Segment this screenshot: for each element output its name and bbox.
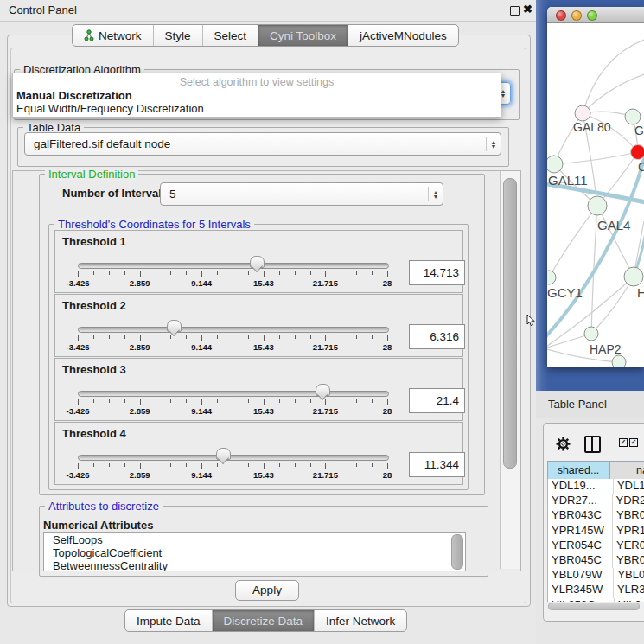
minor-tick — [310, 271, 311, 275]
minor-tick — [170, 271, 171, 275]
minor-tick — [217, 399, 218, 403]
threshold-slider-track[interactable] — [78, 391, 389, 397]
tab-cyni-toolbox[interactable]: Cyni Toolbox — [258, 25, 348, 46]
threshold-label: Threshold 3 — [62, 363, 126, 376]
network-node[interactable] — [625, 109, 641, 124]
control-panel-title: Control Panel — [9, 3, 77, 16]
threshold-slider-thumb[interactable] — [167, 320, 182, 332]
table-row[interactable]: YBR043CYBR0 — [548, 508, 644, 523]
threshold-value-field[interactable]: 21.4 — [409, 388, 465, 413]
table-row[interactable]: YDR27...YDR2 — [548, 494, 644, 508]
zoom-traffic-light[interactable] — [587, 10, 597, 21]
minor-tick — [341, 463, 341, 467]
attributes-list-scrollbar[interactable] — [451, 534, 463, 570]
tab-label: Network — [99, 29, 142, 42]
threshold-slider-track[interactable] — [78, 327, 389, 333]
major-tick — [325, 463, 326, 469]
dropdown-option-equal-width-frequency-discretization[interactable]: Equal Width/Frequency Discretization — [16, 102, 204, 115]
tab-jactivemnodules[interactable]: jActiveMNodules — [348, 25, 458, 46]
network-icon — [84, 29, 94, 41]
settings-gear-icon[interactable] — [556, 437, 571, 451]
network-node[interactable] — [624, 267, 643, 286]
num-intervals-spinner[interactable]: 5 ▲▼ — [160, 182, 443, 206]
num-intervals-label: Number of Intervals — [62, 187, 168, 200]
tab-style[interactable]: Style — [153, 25, 202, 46]
name-cell: YDR2 — [613, 494, 644, 508]
network-edge — [549, 206, 597, 277]
tab-discretize-data[interactable]: Discretize Data — [212, 610, 315, 631]
network-node[interactable] — [575, 105, 590, 121]
vertical-scrollbar-thumb[interactable] — [503, 178, 517, 469]
tick-label: 15.43 — [242, 406, 285, 416]
tab-network[interactable]: Network — [73, 25, 153, 46]
threshold-value-field[interactable]: 11.344 — [409, 452, 465, 477]
column-header[interactable]: shared... — [547, 461, 609, 480]
threshold-row-1: Threshold 1-3.4262.8599.14415.4321.71528… — [54, 230, 463, 293]
apply-button[interactable]: Apply — [235, 580, 299, 601]
network-window-titlebar[interactable] — [547, 7, 644, 23]
tick-label: 21.715 — [303, 278, 347, 288]
major-tick — [78, 463, 79, 469]
table-row[interactable]: YDL19...YDL1 — [548, 479, 644, 494]
major-tick — [387, 399, 388, 405]
minor-tick — [248, 271, 249, 275]
minor-tick — [233, 335, 233, 339]
minor-tick — [186, 335, 187, 339]
network-canvas[interactable]: GAL80GACGAL11GAL4GCY1HHAP2 — [547, 22, 644, 367]
minor-tick — [279, 335, 280, 339]
threshold-slider-track[interactable] — [78, 455, 389, 461]
tab-select[interactable]: Select — [202, 25, 258, 46]
table-hscrollbar-thumb[interactable] — [548, 603, 640, 610]
checkbox-icon[interactable]: ✓ — [629, 438, 638, 447]
float-window-icon[interactable] — [510, 6, 520, 16]
network-node[interactable] — [584, 327, 598, 341]
table-data-combobox[interactable]: galFiltered.sif default node ▲▼ — [24, 132, 501, 156]
minor-tick — [356, 399, 357, 403]
threshold-slider-thumb[interactable] — [216, 448, 231, 460]
table-row[interactable]: YLR345WYLR3 — [548, 583, 644, 597]
table-row[interactable]: YBL079WYBL0 — [548, 568, 644, 583]
network-edge — [597, 206, 634, 277]
tab-infer-network[interactable]: Infer Network — [314, 610, 406, 631]
attribute-item[interactable]: BetweennessCentrality — [44, 559, 465, 571]
threshold-slider-track[interactable] — [78, 263, 389, 269]
column-header[interactable]: na — [609, 461, 644, 480]
table-row[interactable]: YER054CYER0 — [548, 539, 644, 553]
threshold-slider-thumb[interactable] — [316, 384, 330, 396]
table-row[interactable]: YPR145WYPR1 — [548, 524, 644, 539]
threshold-value-field[interactable]: 6.316 — [409, 324, 465, 349]
table-row[interactable]: YBR045CYBR0 — [548, 553, 644, 568]
minor-tick — [109, 463, 110, 467]
network-node[interactable] — [612, 355, 626, 367]
table-hscrollbar-track[interactable] — [547, 602, 640, 609]
minor-tick — [156, 335, 156, 339]
minor-tick — [295, 271, 296, 275]
close-traffic-light[interactable] — [556, 10, 566, 21]
node-label: GAL80 — [573, 120, 611, 134]
threshold-slider-thumb[interactable] — [250, 256, 265, 268]
attribute-item[interactable]: SelfLoops — [44, 533, 465, 546]
checkbox-icon[interactable]: ✓ — [619, 438, 628, 447]
column-layout-icon[interactable] — [584, 436, 601, 453]
tick-label: 21.715 — [303, 470, 347, 480]
minor-tick — [186, 399, 187, 403]
close-icon[interactable]: ✖ — [523, 3, 532, 16]
bottom-tab-bar: Impute DataDiscretize DataInfer Network — [124, 609, 407, 632]
network-node[interactable] — [547, 156, 563, 173]
minor-tick — [341, 399, 341, 403]
minimize-traffic-light[interactable] — [571, 10, 582, 21]
minor-tick — [233, 399, 233, 403]
dropdown-option-manual-discretization[interactable]: Manual Discretization — [16, 89, 132, 102]
tick-label: 28 — [366, 278, 409, 288]
tab-impute-data[interactable]: Impute Data — [125, 610, 212, 631]
combo-arrows-icon: ▲▼ — [486, 137, 501, 152]
threshold-value-field[interactable]: 14.713 — [409, 260, 465, 285]
tick-label: 21.715 — [303, 406, 347, 416]
minor-tick — [109, 399, 110, 403]
network-node[interactable] — [631, 145, 644, 160]
network-node[interactable] — [547, 271, 556, 284]
threshold-label: Threshold 2 — [62, 299, 126, 312]
network-node[interactable] — [588, 196, 607, 215]
attribute-item[interactable]: TopologicalCoefficient — [44, 546, 465, 559]
major-tick — [387, 271, 388, 277]
